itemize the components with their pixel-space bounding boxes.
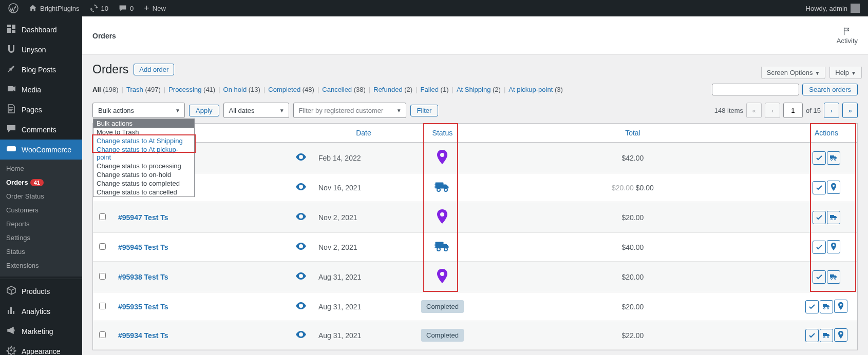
add-order-button[interactable]: Add order [134, 64, 174, 75]
action-pin-button[interactable] [834, 328, 847, 342]
row-checkbox[interactable] [99, 243, 106, 250]
prev-page-button[interactable]: ‹ [765, 103, 780, 118]
page-number-input[interactable] [783, 103, 803, 118]
menu-comments[interactable]: Comments [0, 120, 82, 140]
bulk-opt[interactable]: Bulk actions [93, 119, 194, 128]
action-check-button[interactable] [813, 181, 826, 194]
action-truck-button[interactable] [827, 151, 840, 165]
menu-products[interactable]: Products [0, 281, 82, 301]
menu-pages[interactable]: Pages [0, 100, 82, 120]
action-pin-button[interactable] [827, 240, 840, 253]
order-link[interactable]: #95934 Test Ts [118, 331, 168, 340]
order-link[interactable]: #95935 Test Ts [118, 303, 168, 311]
submenu-orders[interactable]: Orders41 [0, 175, 82, 189]
bulk-opt[interactable]: Change status to processing [93, 162, 194, 170]
filter-button[interactable]: Filter [410, 105, 439, 116]
action-truck-button[interactable] [820, 329, 833, 342]
action-check-button[interactable] [813, 270, 826, 284]
menu-media[interactable]: Media [0, 80, 82, 100]
bulk-opt[interactable]: Change status to completed [93, 179, 194, 188]
updates[interactable]: 10 [86, 0, 112, 16]
order-link[interactable]: #95945 Test Ts [118, 243, 168, 251]
site-name[interactable]: BrightPlugins [25, 0, 84, 16]
new-content[interactable]: +New [140, 0, 170, 16]
bulk-actions-select[interactable]: Bulk actions▼ Bulk actionsMove to TrashC… [92, 103, 185, 118]
row-checkbox[interactable] [99, 273, 106, 280]
filter-failed[interactable]: Failed [421, 86, 439, 93]
action-check-button[interactable] [805, 300, 819, 313]
action-check-button[interactable] [813, 211, 826, 224]
table-row[interactable]: #95935 Test TsAug 31, 2021Completed$20.0… [93, 292, 857, 321]
order-link[interactable]: #95947 Test Ts [118, 213, 168, 222]
order-link[interactable]: #95938 Test Ts [118, 273, 168, 281]
eye-icon[interactable] [296, 183, 306, 190]
eye-icon[interactable] [296, 213, 306, 220]
menu-blog-posts[interactable]: Blog Posts [0, 60, 82, 80]
row-checkbox[interactable] [99, 331, 106, 338]
row-checkbox[interactable] [99, 303, 106, 309]
eye-icon[interactable] [296, 331, 306, 338]
help-button[interactable]: Help▼ [829, 67, 862, 79]
bulk-opt[interactable]: Change status to At Shipping [93, 136, 194, 145]
col-actions[interactable]: Actions [796, 124, 857, 143]
action-pin-button[interactable] [834, 300, 847, 313]
wp-logo[interactable] [4, 0, 23, 16]
eye-icon[interactable] [296, 272, 306, 280]
bulk-opt[interactable]: Change status to cancelled [93, 188, 194, 196]
menu-marketing[interactable]: Marketing [0, 321, 82, 341]
eye-icon[interactable] [296, 153, 306, 161]
row-checkbox[interactable] [99, 213, 106, 220]
eye-icon[interactable] [296, 243, 306, 250]
last-page-button[interactable]: » [842, 103, 858, 118]
submenu-order-status[interactable]: Order Status [0, 189, 82, 203]
filter-refunded[interactable]: Refunded [373, 86, 402, 93]
submenu-extensions[interactable]: Extensions [0, 259, 82, 272]
filter-at-shipping[interactable]: At Shipping [457, 86, 491, 93]
comments-count[interactable]: 0 [115, 0, 138, 16]
search-button[interactable]: Search orders [802, 84, 858, 95]
filter-trash[interactable]: Trash [126, 86, 143, 93]
action-truck-button[interactable] [827, 270, 840, 284]
bulk-opt[interactable]: Move to Trash [93, 128, 194, 136]
col-total[interactable]: Total [470, 124, 796, 143]
search-input[interactable] [712, 84, 799, 95]
submenu-home[interactable]: Home [0, 162, 82, 175]
first-page-button[interactable]: « [746, 103, 762, 118]
customer-filter-select[interactable]: Filter by registered customer▼ [293, 103, 406, 118]
bulk-opt[interactable]: Change status to At pickup-point [93, 145, 194, 162]
menu-woocommerce[interactable]: WooCommerce [0, 140, 82, 160]
table-row[interactable]: #95945 Test TsNov 2, 2021$40.00 [93, 233, 857, 262]
menu-appearance[interactable]: Appearance [0, 341, 82, 355]
menu-unyson[interactable]: Unyson [0, 40, 82, 60]
activity-button[interactable]: Activity [837, 27, 858, 45]
filter-at-pickup-point[interactable]: At pickup-point [508, 86, 553, 93]
filter-on-hold[interactable]: On hold [223, 86, 247, 93]
filter-processing[interactable]: Processing [168, 86, 201, 93]
col-status[interactable]: Status [415, 124, 470, 143]
action-check-button[interactable] [813, 151, 826, 165]
action-truck-button[interactable] [820, 300, 833, 313]
date-filter-select[interactable]: All dates▼ [223, 103, 289, 118]
bulk-opt[interactable]: Change status to on-hold [93, 170, 194, 179]
action-truck-button[interactable] [827, 211, 840, 224]
table-row[interactable]: Feb 14, 2022$42.00 [93, 143, 857, 173]
screen-options-button[interactable]: Screen Options▼ [761, 67, 826, 79]
table-row[interactable]: #95938 Test TsAug 31, 2021$20.00 [93, 262, 857, 292]
eye-icon[interactable] [296, 302, 306, 309]
filter-all[interactable]: All [92, 86, 101, 93]
col-date[interactable]: Date [312, 124, 415, 143]
submenu-reports[interactable]: Reports [0, 217, 82, 231]
action-pin-button[interactable] [827, 181, 840, 194]
table-row[interactable]: #95934 Test TsAug 31, 2021Completed$22.0… [93, 321, 857, 350]
my-account[interactable]: Howdy, admin [806, 4, 864, 13]
menu-analytics[interactable]: Analytics [0, 301, 82, 321]
action-check-button[interactable] [805, 329, 819, 342]
filter-completed[interactable]: Completed [268, 86, 300, 93]
next-page-button[interactable]: › [824, 103, 839, 118]
table-row[interactable]: #95950 Test TsNov 16, 2021$20.00$0.00 [93, 173, 857, 202]
apply-button[interactable]: Apply [189, 105, 219, 116]
filter-cancelled[interactable]: Cancelled [322, 86, 352, 93]
menu-dashboard[interactable]: Dashboard [0, 19, 82, 40]
submenu-settings[interactable]: Settings [0, 231, 82, 245]
submenu-status[interactable]: Status [0, 245, 82, 259]
